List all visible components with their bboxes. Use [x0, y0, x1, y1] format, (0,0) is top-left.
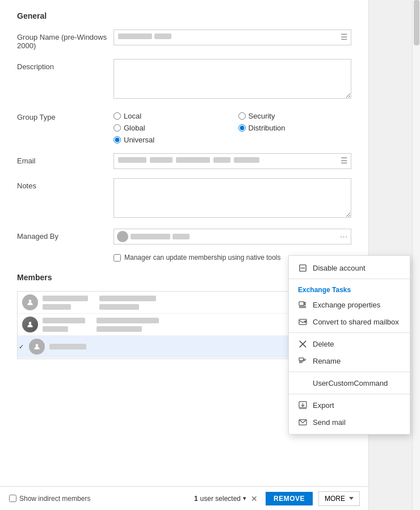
radio-distribution-input[interactable]	[238, 124, 246, 132]
member-name	[49, 344, 86, 349]
description-label: Description	[17, 59, 114, 71]
convert-icon-svg	[299, 318, 307, 326]
member-detail	[99, 296, 156, 310]
radio-universal[interactable]: Universal	[114, 136, 227, 144]
person-icon	[26, 321, 34, 328]
radio-global-input[interactable]	[114, 124, 121, 132]
radio-distribution[interactable]: Distribution	[238, 124, 352, 132]
delete-icon	[298, 339, 307, 348]
email-row: Email ☰	[17, 153, 351, 169]
group-name-row: Group Name (pre-Windows 2000) ☰	[17, 29, 351, 50]
delete-icon-svg	[299, 340, 307, 348]
export-icon-svg	[299, 401, 307, 410]
email-menu-icon[interactable]: ☰	[341, 156, 348, 165]
show-indirect-text: Show indirect members	[19, 495, 90, 503]
radio-distribution-label: Distribution	[249, 124, 285, 132]
menu-divider-4	[289, 394, 410, 394]
exchange-properties-label: Exchange properties	[313, 301, 380, 309]
scrollbar-track[interactable]	[412, 0, 420, 510]
radio-local-label: Local	[124, 112, 141, 120]
remove-button[interactable]: REMOVE	[266, 492, 313, 505]
managed-by-control: ···	[114, 229, 351, 245]
menu-divider-2	[289, 332, 410, 333]
rename-icon-svg	[299, 357, 307, 365]
radio-security-label: Security	[249, 112, 275, 120]
menu-item-disable-account[interactable]: Disable account	[289, 259, 410, 276]
exchange-tasks-header: Exchange Tasks	[289, 281, 410, 296]
context-menu: Disable account Exchange Tasks Exchange …	[288, 255, 410, 435]
rename-label: Rename	[313, 357, 341, 365]
notes-input[interactable]	[114, 178, 351, 218]
menu-item-custom-command[interactable]: UserCustomCommand	[289, 374, 410, 391]
radio-universal-input[interactable]	[114, 136, 121, 144]
custom-command-label: UserCustomCommand	[313, 379, 388, 387]
svg-point-1	[29, 322, 32, 324]
radio-security-input[interactable]	[238, 112, 246, 120]
mail-icon-svg	[299, 418, 307, 427]
menu-item-delete[interactable]: Delete	[289, 335, 410, 352]
managed-by-ellipsis-icon[interactable]: ···	[340, 232, 348, 241]
rename-icon	[298, 356, 307, 365]
description-control	[114, 59, 351, 100]
svg-point-2	[36, 344, 39, 347]
group-type-row: Group Type Local Security Global Distrib…	[17, 109, 351, 144]
member-name	[43, 296, 88, 310]
convert-label: Convert to shared mailbox	[313, 318, 399, 326]
radio-global-label: Global	[124, 124, 145, 132]
radio-global[interactable]: Global	[114, 124, 227, 132]
manager-checkbox[interactable]	[114, 254, 121, 262]
more-button[interactable]: MORE	[318, 491, 360, 506]
menu-item-export[interactable]: Export	[289, 397, 410, 414]
group-name-control: ☰	[114, 29, 351, 45]
bottom-bar: Show indirect members 1 user selected ▾ …	[0, 486, 369, 510]
delete-label: Delete	[313, 340, 334, 348]
group-name-menu-icon[interactable]: ☰	[341, 32, 348, 41]
group-type-radio-group: Local Security Global Distribution Unive…	[114, 109, 351, 144]
export-label: Export	[313, 401, 334, 410]
send-mail-label: Send mail	[313, 418, 346, 427]
svg-point-0	[29, 300, 32, 302]
more-chevron-icon	[349, 497, 354, 500]
svg-rect-5	[299, 301, 303, 305]
menu-item-convert[interactable]: Convert to shared mailbox	[289, 313, 410, 330]
notes-control	[114, 178, 351, 220]
radio-local-input[interactable]	[114, 112, 121, 120]
radio-universal-label: Universal	[124, 136, 154, 144]
user-count: 1	[194, 495, 198, 503]
exchange-properties-icon	[298, 300, 307, 309]
managed-by-input[interactable]	[114, 229, 351, 245]
send-mail-icon	[298, 418, 307, 427]
person-icon	[26, 298, 34, 306]
show-indirect-checkbox[interactable]	[9, 495, 16, 502]
avatar	[22, 317, 38, 332]
menu-item-send-mail[interactable]: Send mail	[289, 414, 410, 431]
general-title: General	[17, 11, 351, 20]
disable-account-label: Disable account	[313, 264, 366, 272]
notes-row: Notes	[17, 178, 351, 220]
user-selected-dropdown-icon[interactable]: ▾	[243, 495, 246, 502]
member-name	[43, 318, 85, 332]
clear-selection-button[interactable]: ✕	[249, 493, 260, 504]
email-control: ☰	[114, 153, 351, 169]
disable-account-icon	[298, 263, 307, 272]
radio-local[interactable]: Local	[114, 112, 227, 120]
avatar	[22, 294, 38, 310]
exchange-icon-svg	[299, 301, 307, 309]
user-selected-text: user selected	[200, 495, 241, 503]
group-name-label: Group Name (pre-Windows 2000)	[17, 29, 114, 50]
custom-command-icon	[298, 378, 307, 387]
menu-divider-3	[289, 372, 410, 372]
menu-item-rename[interactable]: Rename	[289, 352, 410, 369]
radio-security[interactable]: Security	[238, 112, 352, 120]
export-icon	[298, 401, 307, 410]
email-label: Email	[17, 153, 114, 165]
menu-item-exchange-properties[interactable]: Exchange properties	[289, 296, 410, 313]
notes-label: Notes	[17, 178, 114, 190]
svg-rect-14	[299, 357, 303, 360]
description-input[interactable]	[114, 59, 351, 99]
group-type-control: Local Security Global Distribution Unive…	[114, 109, 351, 144]
show-indirect-label[interactable]: Show indirect members	[9, 495, 90, 503]
group-type-label: Group Type	[17, 109, 114, 121]
more-label: MORE	[325, 495, 345, 503]
scrollbar-thumb[interactable]	[414, 0, 419, 45]
